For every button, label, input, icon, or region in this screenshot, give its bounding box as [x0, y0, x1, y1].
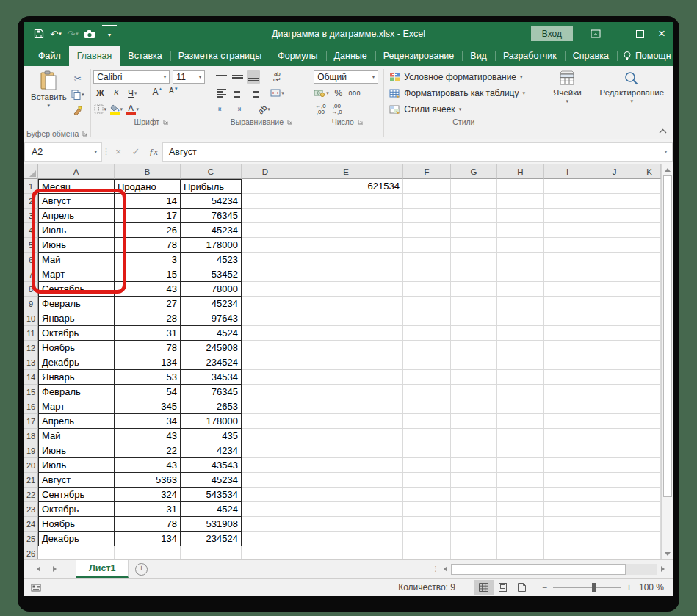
cell-K19[interactable] — [638, 443, 661, 458]
cell-B14[interactable]: 53 — [115, 370, 181, 385]
align-left-button[interactable] — [214, 87, 228, 100]
cell-F9[interactable] — [403, 297, 451, 311]
cell-K14[interactable] — [638, 370, 661, 385]
row-header-11[interactable]: 11 — [24, 326, 38, 341]
cell-I7[interactable] — [544, 267, 591, 282]
cell-K26[interactable] — [638, 546, 661, 559]
row-header-18[interactable]: 18 — [24, 429, 38, 443]
normal-view-button[interactable] — [474, 580, 494, 595]
cell-J5[interactable] — [591, 238, 638, 253]
cell-J8[interactable] — [591, 282, 638, 297]
cell-A6[interactable]: Май — [38, 253, 115, 267]
cell-G17[interactable] — [451, 414, 497, 429]
row-header-6[interactable]: 6 — [24, 253, 38, 267]
cell-D4[interactable] — [242, 223, 289, 238]
cell-F5[interactable] — [403, 238, 451, 253]
cell-H17[interactable] — [497, 414, 544, 429]
cell-J9[interactable] — [591, 297, 638, 311]
cell-J3[interactable] — [591, 209, 638, 223]
cell-G4[interactable] — [451, 223, 497, 238]
cell-B20[interactable]: 43 — [115, 458, 181, 473]
cell-K6[interactable] — [638, 253, 661, 267]
row-header-7[interactable]: 7 — [24, 267, 38, 282]
redo-button[interactable]: ↷▾ — [65, 26, 80, 42]
collapse-ribbon-button[interactable] — [659, 123, 667, 137]
cell-C6[interactable]: 4523 — [181, 253, 242, 267]
sign-in-button[interactable]: Вход — [531, 26, 573, 41]
cell-J10[interactable] — [591, 311, 638, 326]
ribbon-tab-0[interactable]: Файл — [30, 46, 69, 66]
font-color-button[interactable]: А ▾ — [126, 103, 139, 116]
cell-D14[interactable] — [242, 370, 289, 385]
cell-A17[interactable]: Апрель — [38, 414, 115, 429]
copy-button[interactable]: ▾ — [71, 88, 84, 101]
cell-G14[interactable] — [451, 370, 497, 385]
cell-C10[interactable]: 97643 — [181, 311, 242, 326]
cell-D25[interactable] — [242, 532, 289, 546]
cell-H23[interactable] — [497, 502, 544, 517]
cell-D5[interactable] — [242, 238, 289, 253]
cell-H7[interactable] — [497, 267, 544, 282]
row-header-26[interactable]: 26 — [24, 546, 38, 559]
cell-K5[interactable] — [638, 238, 661, 253]
cell-J4[interactable] — [591, 223, 638, 238]
cell-H22[interactable] — [497, 488, 544, 502]
cell-J6[interactable] — [591, 253, 638, 267]
column-header-H[interactable]: H — [497, 164, 544, 179]
ribbon-tab-3[interactable]: Разметка страницы — [170, 46, 270, 66]
percent-style-button[interactable]: % — [332, 87, 345, 100]
cell-I9[interactable] — [544, 297, 591, 311]
cell-G7[interactable] — [451, 267, 497, 282]
cell-K9[interactable] — [638, 297, 661, 311]
cell-A10[interactable]: Январь — [38, 311, 115, 326]
cell-B6[interactable]: 3 — [115, 253, 181, 267]
cell-I16[interactable] — [544, 399, 591, 414]
cell-G8[interactable] — [451, 282, 497, 297]
cell-H21[interactable] — [497, 473, 544, 488]
cell-K20[interactable] — [638, 458, 661, 473]
row-header-25[interactable]: 25 — [24, 532, 38, 546]
cell-A22[interactable]: Сентябрь — [38, 488, 115, 502]
page-layout-view-button[interactable] — [494, 580, 513, 595]
cell-J21[interactable] — [591, 473, 638, 488]
ribbon-tab-9[interactable]: Справка — [565, 46, 617, 66]
save-button[interactable] — [32, 26, 46, 42]
cell-A1[interactable]: Месяц — [38, 179, 115, 194]
cell-H25[interactable] — [497, 532, 544, 546]
cell-E10[interactable] — [289, 311, 403, 326]
conditional-formatting-button[interactable]: Условное форматирование▾ — [389, 70, 541, 84]
cell-I4[interactable] — [544, 223, 591, 238]
column-header-B[interactable]: B — [115, 164, 181, 179]
ribbon-tab-8[interactable]: Разработчик — [495, 46, 565, 66]
align-middle-button[interactable] — [231, 70, 244, 84]
cell-K16[interactable] — [638, 399, 661, 414]
cell-H1[interactable] — [497, 179, 544, 194]
cell-H19[interactable] — [497, 443, 544, 458]
cell-I3[interactable] — [544, 209, 591, 223]
fill-color-button[interactable]: ▾ — [109, 103, 123, 116]
cell-C15[interactable]: 76345 — [181, 385, 242, 399]
cell-D1[interactable] — [242, 179, 289, 194]
sheet-tab[interactable]: Лист1 — [76, 560, 129, 578]
cell-I22[interactable] — [544, 488, 591, 502]
cell-J2[interactable] — [591, 194, 638, 209]
cell-B23[interactable]: 31 — [115, 502, 181, 517]
zoom-out-button[interactable]: − — [542, 582, 547, 593]
cell-K15[interactable] — [638, 385, 661, 399]
alignment-dialog-launcher-icon[interactable] — [287, 119, 293, 125]
maximize-button[interactable] — [629, 22, 651, 46]
cell-D3[interactable] — [242, 209, 289, 223]
cell-B13[interactable]: 134 — [115, 355, 181, 370]
cell-C16[interactable]: 2653 — [181, 399, 242, 414]
zoom-slider[interactable] — [553, 587, 621, 588]
cell-A25[interactable]: Декабрь — [38, 532, 115, 546]
column-header-A[interactable]: A — [38, 164, 115, 179]
font-color-dropdown-icon[interactable]: ▾ — [137, 106, 140, 112]
cell-B10[interactable]: 28 — [115, 311, 181, 326]
cell-B9[interactable]: 27 — [115, 297, 181, 311]
cell-H6[interactable] — [497, 253, 544, 267]
cell-E11[interactable] — [289, 326, 403, 341]
cell-F12[interactable] — [403, 341, 451, 355]
cell-C13[interactable]: 234524 — [181, 355, 242, 370]
cell-H20[interactable] — [497, 458, 544, 473]
